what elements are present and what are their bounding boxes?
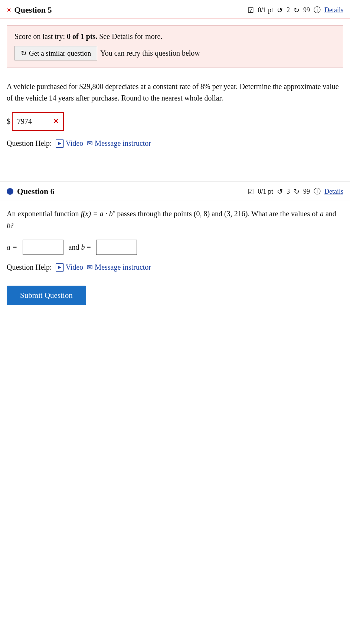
- score-text: Score on last try: 0 of 1 pts. See Detai…: [14, 32, 336, 41]
- question5-meta: ☑ 0/1 pt ↺ 2 ↻ 99 ⓘ Details: [248, 5, 343, 15]
- q6-b-italic: b: [7, 221, 10, 230]
- question5-body: A vehicle purchased for $29,800 deprecia…: [0, 73, 350, 159]
- clear-answer-button[interactable]: ✕: [53, 116, 59, 127]
- spacer1: [0, 159, 350, 181]
- wrong-mark-icon: ×: [7, 5, 12, 15]
- video-icon-q6: ▶: [56, 263, 64, 272]
- q6-info-icon: ⓘ: [314, 187, 321, 196]
- score-prefix: Score on last try:: [14, 32, 67, 40]
- q6-undo-icon: ↺: [277, 187, 283, 196]
- video-label-q6: Video: [66, 262, 84, 273]
- message-instructor-link-q6[interactable]: ✉ Message instructor: [87, 262, 151, 273]
- q6-score-label: 0/1 pt: [258, 188, 273, 196]
- score-banner: Score on last try: 0 of 1 pts. See Detai…: [7, 25, 343, 68]
- message-icon-q6: ✉: [87, 262, 93, 273]
- message-instructor-label-q5: Message instructor: [95, 138, 151, 149]
- b-input[interactable]: [96, 240, 137, 255]
- a-input[interactable]: [23, 240, 63, 255]
- answer-input-wrong-container: 7974 ✕: [12, 112, 64, 131]
- question6-title: Question 6: [17, 187, 55, 196]
- q6-func: f(x) = a · b: [81, 210, 112, 218]
- a-label: a =: [7, 242, 17, 253]
- q6-end: ?: [10, 221, 14, 230]
- video-link-q6[interactable]: ▶ Video: [56, 262, 84, 273]
- submit-question-button[interactable]: Submit Question: [7, 286, 86, 305]
- retry-inline-text: You can retry this question below: [100, 49, 200, 58]
- undo-icon: ↺: [277, 6, 283, 14]
- answer-value: 7974: [17, 116, 49, 127]
- help-label-q5: Question Help:: [7, 138, 52, 149]
- retry-count: 99: [303, 6, 310, 14]
- answer-row: $ 7974 ✕: [7, 112, 343, 131]
- question5-help: Question Help: ▶ Video ✉ Message instruc…: [7, 138, 343, 149]
- q6-details-link[interactable]: Details: [324, 188, 343, 196]
- dollar-sign: $: [7, 116, 10, 127]
- retry-icon: ↻: [294, 6, 300, 14]
- question5-problem: A vehicle purchased for $29,800 deprecia…: [7, 81, 343, 104]
- similar-row: ↻ Get a similar question You can retry t…: [14, 46, 336, 60]
- q6-and-text: and: [324, 210, 336, 218]
- b-label: and b =: [69, 242, 91, 253]
- details-link[interactable]: Details: [324, 6, 343, 14]
- similar-label: Get a similar question: [29, 49, 91, 58]
- score-bold: 0 of 1 pts.: [67, 32, 97, 40]
- undo-count: 2: [287, 6, 290, 14]
- score-check-icon: ☑: [248, 6, 254, 14]
- similar-icon: ↻: [21, 49, 27, 58]
- video-label-q5: Video: [66, 138, 84, 149]
- question6-body: An exponential function f(x) = a · bx pa…: [0, 200, 350, 283]
- score-suffix: See Details for more.: [97, 32, 162, 40]
- q6-retry-count: 99: [303, 188, 310, 196]
- q6-a-italic: a: [320, 210, 324, 218]
- similar-question-button[interactable]: ↻ Get a similar question: [14, 46, 97, 60]
- question5-title: Question 5: [14, 5, 52, 15]
- question6-help: Question Help: ▶ Video ✉ Message instruc…: [7, 262, 343, 273]
- question5-title-area: × Question 5: [7, 5, 52, 15]
- question6-header: Question 6 ☑ 0/1 pt ↺ 3 ↻ 99 ⓘ Details: [0, 181, 350, 200]
- question6-title-area: Question 6: [7, 187, 55, 196]
- q6-score-check-icon: ☑: [248, 187, 254, 196]
- question5-header: × Question 5 ☑ 0/1 pt ↺ 2 ↻ 99 ⓘ Details: [0, 0, 350, 19]
- q6-retry-icon: ↻: [294, 187, 300, 196]
- score-label: 0/1 pt: [258, 6, 273, 14]
- message-instructor-link-q5[interactable]: ✉ Message instructor: [87, 138, 151, 149]
- help-label-q6: Question Help:: [7, 262, 52, 273]
- q6-problem-line1: An exponential function: [7, 210, 81, 218]
- q6-undo-count: 3: [287, 188, 290, 196]
- info-icon: ⓘ: [314, 5, 321, 15]
- q6-problem-line2: passes through the points (0, 8) and (3,…: [115, 210, 320, 218]
- message-instructor-label-q6: Message instructor: [95, 262, 151, 273]
- video-icon-q5: ▶: [56, 139, 64, 148]
- message-icon-q5: ✉: [87, 138, 93, 149]
- ab-inputs-row: a = and b =: [7, 240, 343, 255]
- video-link-q5[interactable]: ▶ Video: [56, 138, 84, 149]
- blue-dot-icon: [7, 188, 13, 195]
- question6-meta: ☑ 0/1 pt ↺ 3 ↻ 99 ⓘ Details: [248, 187, 343, 196]
- question6-problem: An exponential function f(x) = a · bx pa…: [7, 208, 343, 231]
